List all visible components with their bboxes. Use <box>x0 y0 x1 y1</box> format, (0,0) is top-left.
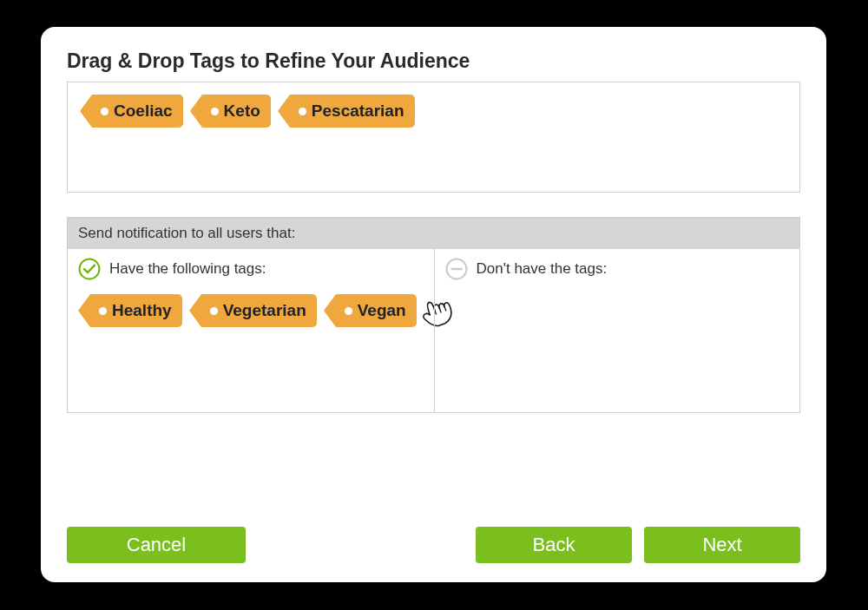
next-button[interactable]: Next <box>644 527 800 563</box>
dont-have-tags-label: Don't have the tags: <box>477 260 608 278</box>
have-tags-list: Healthy Vegetarian Vegan <box>78 294 424 327</box>
dont-have-tags-head: Don't have the tags: <box>445 258 790 280</box>
svg-point-0 <box>80 259 100 279</box>
tag-label: Healthy <box>112 301 172 320</box>
tag-keto[interactable]: Keto <box>202 95 271 128</box>
tag-label: Vegetarian <box>223 301 306 320</box>
tag-hole-icon <box>210 307 218 315</box>
tag-label: Keto <box>224 102 260 121</box>
have-tags-dropzone[interactable]: Have the following tags: Healthy Vegetar… <box>68 249 434 412</box>
footer-right-group: Back Next <box>476 527 800 563</box>
minus-circle-icon <box>445 258 468 280</box>
rules-panel: Send notification to all users that: Hav… <box>67 217 800 413</box>
back-button[interactable]: Back <box>476 527 632 563</box>
footer: Cancel Back Next <box>67 515 800 563</box>
modal-panel: Drag & Drop Tags to Refine Your Audience… <box>41 27 826 582</box>
check-circle-icon <box>78 258 101 280</box>
have-tags-label: Have the following tags: <box>109 260 266 278</box>
tag-hole-icon <box>299 108 306 115</box>
tag-hole-icon <box>345 307 352 315</box>
rules-body: Have the following tags: Healthy Vegetar… <box>68 249 799 412</box>
tag-healthy[interactable]: Healthy <box>90 294 182 327</box>
tag-label: Coeliac <box>114 102 173 121</box>
dont-have-tags-dropzone[interactable]: Don't have the tags: <box>434 249 800 412</box>
page-title: Drag & Drop Tags to Refine Your Audience <box>67 49 800 73</box>
tag-label: Pescatarian <box>312 102 404 121</box>
available-tags-list: Coeliac Keto Pescatarian <box>80 95 787 128</box>
modal-content: Drag & Drop Tags to Refine Your Audience… <box>67 49 800 515</box>
tag-hole-icon <box>101 108 108 115</box>
tag-pescatarian[interactable]: Pescatarian <box>290 95 415 128</box>
tag-hole-icon <box>211 108 219 115</box>
tag-hole-icon <box>99 307 107 315</box>
tag-label: Vegan <box>358 301 406 320</box>
tag-vegetarian[interactable]: Vegetarian <box>201 294 317 327</box>
have-tags-head: Have the following tags: <box>78 258 424 280</box>
cancel-button[interactable]: Cancel <box>67 527 246 563</box>
tag-vegan[interactable]: Vegan <box>336 294 417 327</box>
available-tags-dropzone[interactable]: Coeliac Keto Pescatarian <box>67 82 800 193</box>
rules-header: Send notification to all users that: <box>68 218 799 249</box>
tag-coeliac[interactable]: Coeliac <box>92 95 183 128</box>
